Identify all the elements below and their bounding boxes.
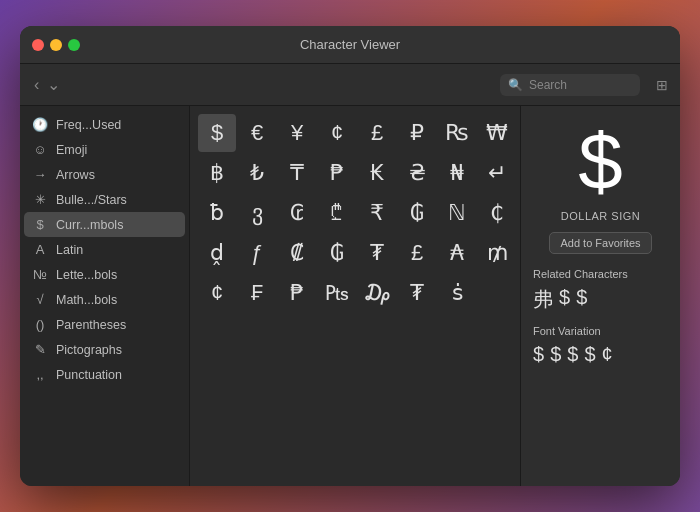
- titlebar: Character Viewer: [20, 26, 680, 64]
- char-cell[interactable]: ₾: [318, 194, 356, 232]
- sidebar-item-bullets-stars[interactable]: ✳ Bulle.../Stars: [20, 187, 189, 212]
- arrows-icon: →: [32, 167, 48, 182]
- pictographs-icon: ✎: [32, 342, 48, 357]
- sidebar-item-label: Lette...bols: [56, 268, 117, 282]
- char-cell[interactable]: ₮: [358, 234, 396, 272]
- font-var-char-5[interactable]: ¢: [602, 343, 613, 366]
- sidebar-item-freq-used[interactable]: 🕐 Freq...Used: [20, 112, 189, 137]
- char-cell[interactable]: ₴: [398, 154, 436, 192]
- char-cell[interactable]: ₱: [278, 274, 316, 312]
- letterlike-icon: №: [32, 267, 48, 282]
- char-cell[interactable]: ₨: [438, 114, 476, 152]
- sidebar-item-arrows[interactable]: → Arrows: [20, 162, 189, 187]
- char-cell[interactable]: ₡: [278, 234, 316, 272]
- freq-used-icon: 🕐: [32, 117, 48, 132]
- char-cell[interactable]: ₱: [318, 154, 356, 192]
- char-cell[interactable]: ვ: [238, 194, 276, 232]
- sidebar-item-emoji[interactable]: ☺ Emoji: [20, 137, 189, 162]
- char-cell[interactable]: ₧: [318, 274, 356, 312]
- sidebar-item-letterlike[interactable]: № Lette...bols: [20, 262, 189, 287]
- char-cell[interactable]: ₽: [398, 114, 436, 152]
- char-cell[interactable]: ₢: [278, 194, 316, 232]
- char-cell[interactable]: ¥: [278, 114, 316, 152]
- emoji-icon: ☺: [32, 142, 48, 157]
- search-input[interactable]: Search: [529, 78, 632, 92]
- char-cell[interactable]: ḓ: [198, 234, 236, 272]
- font-var-row-1: $ $ $: [533, 343, 578, 366]
- sidebar: 🕐 Freq...Used ☺ Emoji → Arrows ✳ Bulle..…: [20, 106, 190, 486]
- char-cell[interactable]: ₮: [398, 274, 436, 312]
- toolbar: ‹ ⌄ 🔍 Search ⊞: [20, 64, 680, 106]
- sidebar-item-label: Freq...Used: [56, 118, 121, 132]
- font-var-char-1[interactable]: $: [533, 343, 544, 366]
- character-viewer-window: Character Viewer ‹ ⌄ 🔍 Search ⊞ 🕐 Freq..…: [20, 26, 680, 486]
- related-char-1[interactable]: 弗: [533, 286, 553, 313]
- minimize-button[interactable]: [50, 39, 62, 51]
- font-var-char-2[interactable]: $: [550, 343, 561, 366]
- char-cell[interactable]: ₸: [278, 154, 316, 192]
- char-cell[interactable]: ₦: [438, 154, 476, 192]
- dropdown-button[interactable]: ⌄: [45, 73, 62, 96]
- sidebar-item-latin[interactable]: A Latin: [20, 237, 189, 262]
- sidebar-item-math[interactable]: √ Math...bols: [20, 287, 189, 312]
- main-area: $ € ¥ ¢ £ ₽ ₨ ₩ ฿ ₺ ₸ ₱ ₭ ₴ ₦ ↵: [190, 106, 680, 486]
- sidebar-item-label: Pictographs: [56, 343, 122, 357]
- char-cell[interactable]: ₯: [358, 274, 396, 312]
- traffic-lights: [32, 39, 80, 51]
- detail-panel: $ DOLLAR SIGN Add to Favorites Related C…: [520, 106, 680, 486]
- sidebar-item-label: Punctuation: [56, 368, 122, 382]
- sidebar-item-label: Latin: [56, 243, 83, 257]
- char-cell[interactable]: ₣: [238, 274, 276, 312]
- char-cell[interactable]: ₩: [478, 114, 516, 152]
- maximize-button[interactable]: [68, 39, 80, 51]
- sidebar-item-label: Math...bols: [56, 293, 117, 307]
- char-cell[interactable]: ƀ: [198, 194, 236, 232]
- related-chars-label: Related Characters: [533, 268, 628, 280]
- char-cell[interactable]: ₺: [238, 154, 276, 192]
- font-var-row-2: $ ¢: [584, 343, 612, 366]
- char-cell[interactable]: ¢: [198, 274, 236, 312]
- char-cell[interactable]: ₲: [398, 194, 436, 232]
- grid-view-icon[interactable]: ⊞: [656, 77, 668, 93]
- char-cell[interactable]: ↵: [478, 154, 516, 192]
- char-cell[interactable]: ₥: [478, 234, 516, 272]
- related-char-2[interactable]: $: [559, 286, 570, 313]
- content-area: 🕐 Freq...Used ☺ Emoji → Arrows ✳ Bulle..…: [20, 106, 680, 486]
- sidebar-item-punctuation[interactable]: ,, Punctuation: [20, 362, 189, 387]
- font-var-char-4[interactable]: $: [584, 343, 595, 366]
- back-button[interactable]: ‹: [32, 74, 41, 96]
- search-container[interactable]: 🔍 Search: [500, 74, 640, 96]
- sidebar-item-currency[interactable]: $ Curr...mbols: [24, 212, 185, 237]
- font-variation-chars: $ $ $ $ ¢: [533, 343, 613, 370]
- char-cell[interactable]: $: [198, 114, 236, 152]
- char-cell[interactable]: £: [358, 114, 396, 152]
- related-chars: 弗 $ $: [533, 286, 587, 313]
- char-cell[interactable]: ₳: [438, 234, 476, 272]
- sidebar-item-label: Parentheses: [56, 318, 126, 332]
- detail-char-name: DOLLAR SIGN: [561, 210, 640, 222]
- font-var-char-3[interactable]: $: [567, 343, 578, 366]
- char-cell[interactable]: ¢: [318, 114, 356, 152]
- related-char-3[interactable]: $: [576, 286, 587, 313]
- detail-char-large: $: [578, 122, 623, 202]
- char-cell[interactable]: ₲: [318, 234, 356, 272]
- sidebar-item-parentheses[interactable]: () Parentheses: [20, 312, 189, 337]
- char-cell[interactable]: ฿: [198, 154, 236, 192]
- char-cell[interactable]: ₹: [358, 194, 396, 232]
- char-cell[interactable]: ₭: [358, 154, 396, 192]
- char-cell[interactable]: £: [398, 234, 436, 272]
- char-cell[interactable]: ℕ: [438, 194, 476, 232]
- close-button[interactable]: [32, 39, 44, 51]
- punctuation-icon: ,,: [32, 367, 48, 382]
- search-icon: 🔍: [508, 78, 523, 92]
- char-cell[interactable]: ƒ: [238, 234, 276, 272]
- sidebar-item-pictographs[interactable]: ✎ Pictographs: [20, 337, 189, 362]
- parentheses-icon: (): [32, 317, 48, 332]
- char-cell[interactable]: €: [238, 114, 276, 152]
- add-to-favorites-button[interactable]: Add to Favorites: [549, 232, 651, 254]
- char-cell[interactable]: ₵: [478, 194, 516, 232]
- char-cell[interactable]: ṡ: [438, 274, 476, 312]
- font-variation-label: Font Variation: [533, 325, 601, 337]
- sidebar-item-label: Curr...mbols: [56, 218, 123, 232]
- sidebar-item-label: Emoji: [56, 143, 87, 157]
